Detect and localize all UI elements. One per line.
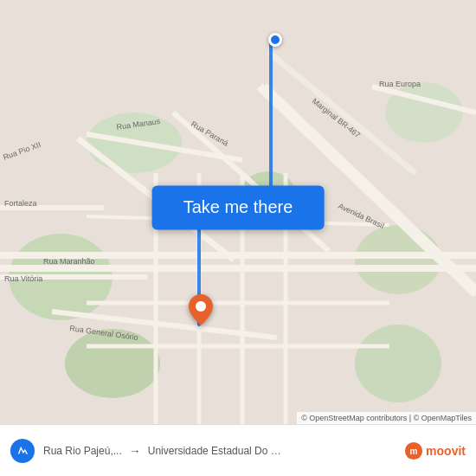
moovit-logo: m moovit [404,441,466,460]
svg-text:Fortaleza: Fortaleza [4,199,37,208]
moovit-brand-text: moovit [426,444,466,458]
svg-point-6 [65,329,160,398]
take-me-there-button[interactable]: Take me there [152,185,325,229]
arrow-icon: → [129,444,141,458]
route-info: Rua Rio Pajeú,... → Universidade Estadua… [43,444,396,458]
svg-text:Rua Maranhão: Rua Maranhão [43,257,95,266]
svg-point-7 [355,325,441,402]
start-location-marker [268,33,282,47]
osm-logo [10,439,35,463]
destination-label: Universidade Estadual Do Oeste D... [148,445,286,457]
moovit-icon: m [404,441,423,460]
svg-point-37 [196,301,206,312]
svg-text:Rua Europa: Rua Europa [379,80,421,88]
origin-label: Rua Rio Pajeú,... [43,445,122,457]
destination-marker [189,294,213,329]
map-attribution: © OpenStreetMap contributors | © OpenMap… [297,412,476,424]
svg-text:m: m [410,446,418,455]
map-container: Rua Manaus Rua Paraná Marginal BR-467 Ru… [0,0,476,424]
svg-point-3 [355,225,441,294]
svg-text:Rua Vitória: Rua Vitória [4,274,42,283]
bottom-info-bar: Rua Rio Pajeú,... → Universidade Estadua… [0,424,476,476]
